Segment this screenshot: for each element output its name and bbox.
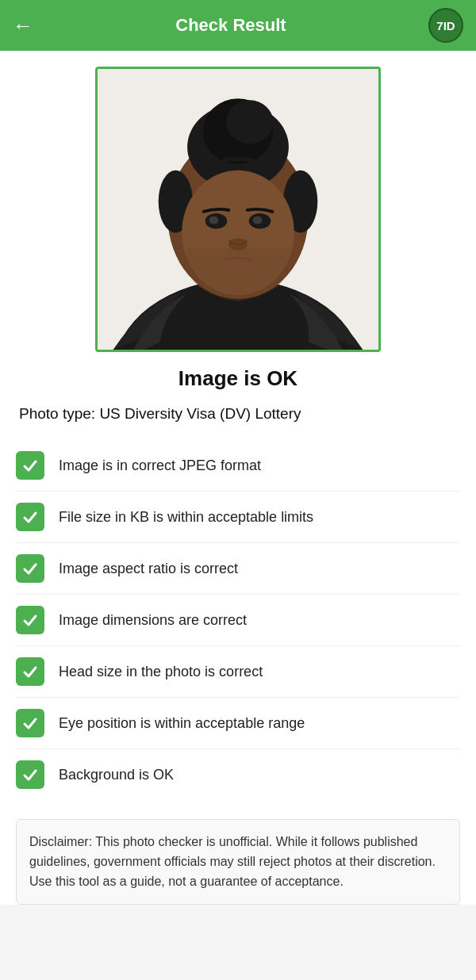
check-list: Image is in correct JPEG format File siz… xyxy=(16,440,460,800)
check-item-eyes: Eye position is within acceptable range xyxy=(16,698,460,749)
check-text-eyes: Eye position is within acceptable range xyxy=(59,715,305,732)
status-title: Image is OK xyxy=(16,366,460,391)
photo-frame xyxy=(95,67,381,352)
main-content: Image is OK Photo type: US Diversity Vis… xyxy=(0,51,476,905)
passport-photo xyxy=(98,69,378,350)
check-item-head: Head size in the photo is correct xyxy=(16,646,460,698)
check-text-jpeg: Image is in correct JPEG format xyxy=(59,457,261,474)
check-icon-aspect xyxy=(16,554,44,583)
disclaimer: Disclaimer: This photo checker is unoffi… xyxy=(16,819,460,905)
photo-wrapper xyxy=(16,67,460,352)
check-icon-jpeg xyxy=(16,451,44,480)
page-title: Check Result xyxy=(33,15,428,36)
check-icon-dimensions xyxy=(16,606,44,634)
svg-point-12 xyxy=(209,216,219,224)
check-text-aspect: Image aspect ratio is correct xyxy=(59,561,238,577)
check-item-jpeg: Image is in correct JPEG format xyxy=(16,440,460,492)
app-logo: 7ID xyxy=(428,8,463,43)
check-icon-background xyxy=(16,760,44,789)
back-button[interactable]: ← xyxy=(13,13,33,38)
check-item-filesize: File size in KB is within acceptable lim… xyxy=(16,492,460,543)
check-icon-filesize xyxy=(16,503,44,531)
check-item-aspect: Image aspect ratio is correct xyxy=(16,543,460,595)
app-header: ← Check Result 7ID xyxy=(0,0,476,51)
check-item-dimensions: Image dimensions are correct xyxy=(16,595,460,646)
check-icon-eyes xyxy=(16,709,44,737)
check-text-dimensions: Image dimensions are correct xyxy=(59,612,247,629)
photo-type-label: Photo type: US Diversity Visa (DV) Lotte… xyxy=(16,405,460,423)
svg-point-13 xyxy=(253,216,263,224)
check-text-background: Background is OK xyxy=(59,767,174,783)
check-item-background: Background is OK xyxy=(16,749,460,800)
check-text-filesize: File size in KB is within acceptable lim… xyxy=(59,509,313,526)
check-icon-head xyxy=(16,657,44,686)
svg-point-6 xyxy=(226,100,273,144)
check-text-head: Head size in the photo is correct xyxy=(59,664,263,680)
